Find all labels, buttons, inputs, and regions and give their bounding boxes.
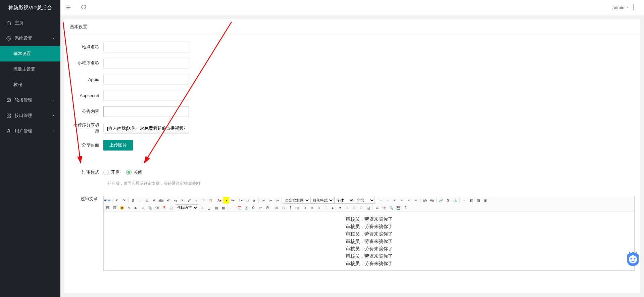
- superscript-icon[interactable]: x²: [165, 197, 171, 204]
- backcolor-icon[interactable]: ▾: [223, 197, 229, 204]
- sidebar-item-traffic[interactable]: 流量主设置: [0, 61, 60, 77]
- justifyright-icon[interactable]: ≡: [405, 197, 412, 204]
- autotypeset-icon[interactable]: ⟐: [193, 197, 200, 204]
- insertimage-icon[interactable]: 🖼: [111, 204, 118, 211]
- mergedown-icon[interactable]: ▾: [337, 204, 343, 211]
- mergecells-icon[interactable]: ⊡: [323, 204, 329, 211]
- searchreplace-icon[interactable]: 🔍: [388, 204, 395, 211]
- background-icon[interactable]: ▦: [220, 204, 227, 211]
- insertorderedlist-icon[interactable]: ≡▾: [230, 197, 236, 204]
- charts-icon[interactable]: 📊: [365, 204, 371, 211]
- share-title-input[interactable]: [103, 123, 189, 134]
- removeformat-icon[interactable]: ✕: [179, 197, 186, 204]
- drafts-icon[interactable]: 💾: [395, 204, 402, 211]
- appid-input[interactable]: [103, 74, 189, 85]
- scrawl-icon[interactable]: ✎: [126, 204, 132, 211]
- spechars-icon[interactable]: Ω: [250, 204, 257, 211]
- formatmatch-icon[interactable]: 🖌: [186, 197, 193, 204]
- touppercase-icon[interactable]: aA: [422, 197, 428, 204]
- mascot-icon[interactable]: [625, 251, 641, 267]
- justifyjustify-icon[interactable]: ≡: [412, 197, 419, 204]
- redo-icon[interactable]: ↷: [120, 197, 127, 204]
- fontsize-select[interactable]: 字号: [355, 197, 375, 204]
- insertrow-icon[interactable]: ⊕: [294, 204, 301, 211]
- heading-select[interactable]: 自定义标题: [283, 197, 310, 204]
- user-menu[interactable]: admin: [612, 5, 630, 10]
- undo-icon[interactable]: ↶: [113, 197, 120, 204]
- menu-toggle-icon[interactable]: [65, 4, 71, 10]
- gmap-icon[interactable]: 📍: [161, 204, 167, 211]
- italic-icon[interactable]: I: [137, 197, 143, 204]
- sidebar-item-api[interactable]: 接口管理: [0, 108, 60, 123]
- radio-review-off[interactable]: 关闭: [126, 169, 142, 175]
- selectall-icon[interactable]: ▭: [244, 197, 250, 204]
- paragraph-select[interactable]: 段落格式: [310, 197, 334, 204]
- justifycenter-icon[interactable]: ≡: [398, 197, 405, 204]
- insertcol-icon[interactable]: ⊕: [308, 204, 315, 211]
- sidebar-item-basic-settings[interactable]: 基本设置: [0, 46, 60, 61]
- more-icon[interactable]: [633, 4, 639, 10]
- splittocols-icon[interactable]: ⊡: [358, 204, 364, 211]
- horizontal-icon[interactable]: —: [229, 204, 236, 211]
- justifyleft-icon[interactable]: ≡: [391, 197, 398, 204]
- preview-icon[interactable]: 👁: [381, 204, 388, 211]
- imagenone-icon[interactable]: ▫: [461, 197, 467, 204]
- forecolor-icon[interactable]: A▾: [216, 197, 223, 204]
- time-icon[interactable]: 🕐: [243, 204, 250, 211]
- upload-image-button[interactable]: 上传图片: [103, 140, 133, 151]
- webapp-icon[interactable]: ⊞: [199, 204, 205, 211]
- pasteplain-icon[interactable]: 📋: [207, 197, 214, 204]
- tolowercase-icon[interactable]: Aa: [429, 197, 435, 204]
- emotion-icon[interactable]: 😊: [118, 204, 125, 211]
- deletecol-icon[interactable]: ⊖: [315, 204, 322, 211]
- imagecenter-icon[interactable]: ▣: [482, 197, 489, 204]
- imageright-icon[interactable]: ◨: [475, 197, 482, 204]
- print-icon[interactable]: 🖨: [374, 204, 381, 211]
- splittocells-icon[interactable]: ⊞: [344, 204, 350, 211]
- deletetable-icon[interactable]: ⊟: [280, 204, 287, 211]
- refresh-icon[interactable]: [81, 4, 87, 10]
- imageleft-icon[interactable]: ◧: [468, 197, 475, 204]
- map-icon[interactable]: 🗺: [154, 204, 160, 211]
- lineheight-icon[interactable]: ↕▾: [274, 197, 281, 204]
- outdent-icon[interactable]: ←: [384, 197, 391, 204]
- inserttable-icon[interactable]: ⊞: [273, 204, 280, 211]
- fontfamily-select[interactable]: 字体: [334, 197, 354, 204]
- insertcode-select[interactable]: 代码语言: [175, 204, 198, 211]
- music-icon[interactable]: ♪: [140, 204, 146, 211]
- link-icon[interactable]: 🔗: [438, 197, 444, 204]
- blockquote-icon[interactable]: ❝: [200, 197, 207, 204]
- date-icon[interactable]: 📅: [236, 204, 243, 211]
- insertparagraphbeforetable-icon[interactable]: ¶: [287, 204, 294, 211]
- simpleupload-icon[interactable]: 🖼: [104, 204, 111, 211]
- sidebar-item-user[interactable]: 用户管理: [0, 123, 60, 139]
- deleterow-icon[interactable]: ⊖: [301, 204, 308, 211]
- radio-review-on[interactable]: 开启: [103, 169, 119, 175]
- appsecret-input[interactable]: [103, 90, 189, 101]
- pagebreak-icon[interactable]: ⎯: [206, 204, 212, 211]
- strikethrough-icon[interactable]: abc: [158, 197, 164, 204]
- splittorows-icon[interactable]: ⊟: [351, 204, 357, 211]
- anchor-icon[interactable]: ⚓: [452, 197, 458, 204]
- help-icon[interactable]: ?: [402, 204, 409, 211]
- bold-icon[interactable]: B: [130, 197, 136, 204]
- unlink-icon[interactable]: ⛓: [445, 197, 451, 204]
- subscript-icon[interactable]: x₂: [172, 197, 179, 204]
- insertframe-icon[interactable]: ⬚: [168, 204, 175, 211]
- insertvideo-icon[interactable]: ▶: [133, 204, 139, 211]
- mergeright-icon[interactable]: ▸: [330, 204, 336, 211]
- fontborder-icon[interactable]: A: [151, 197, 157, 204]
- rowspacingtop-icon[interactable]: ↕▾: [260, 197, 266, 204]
- rowspacingbottom-icon[interactable]: ↕▾: [267, 197, 274, 204]
- sidebar-item-tutorial[interactable]: 教程: [0, 77, 60, 92]
- wordimage-icon[interactable]: W: [264, 204, 271, 211]
- html-source-button[interactable]: HTML: [104, 197, 111, 204]
- underline-icon[interactable]: U: [144, 197, 150, 204]
- mp-name-input[interactable]: [103, 58, 189, 69]
- notice-input[interactable]: [103, 106, 189, 117]
- editor-body[interactable]: 审核员，劳资来骗你了 审核员，劳资来骗你了 审核员，劳资来骗你了 审核员，劳资来…: [103, 212, 635, 271]
- cleardoc-icon[interactable]: a: [251, 197, 257, 204]
- site-name-input[interactable]: [103, 42, 189, 52]
- insertunorderedlist-icon[interactable]: ⋮▾: [237, 197, 243, 204]
- snapscreen-icon[interactable]: ✂: [257, 204, 264, 211]
